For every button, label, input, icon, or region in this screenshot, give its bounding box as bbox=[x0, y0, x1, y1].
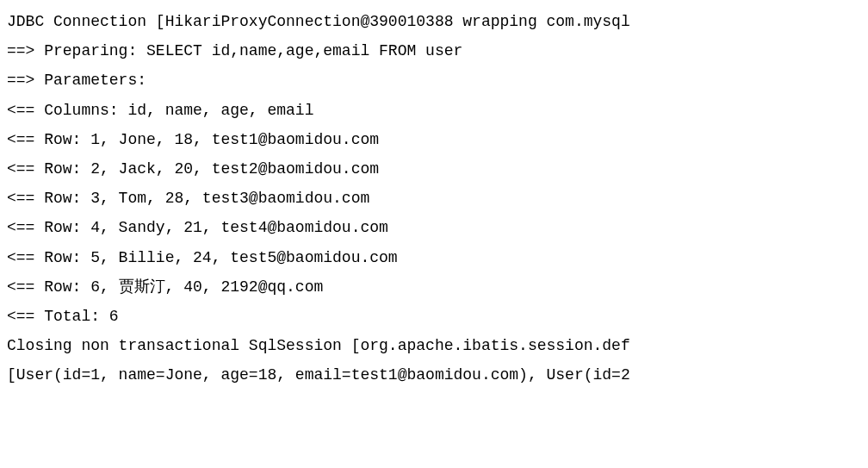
log-row-line: <== Row: 4, Sandy, 21, test4@baomidou.co… bbox=[7, 213, 868, 242]
log-row-line: <== Row: 2, Jack, 20, test2@baomidou.com bbox=[7, 154, 868, 184]
log-row-line: <== Row: 3, Tom, 28, test3@baomidou.com bbox=[7, 184, 868, 213]
log-preparing-line: ==> Preparing: SELECT id,name,age,email … bbox=[7, 36, 868, 66]
log-total-line: <== Total: 6 bbox=[7, 302, 868, 331]
log-row-line: <== Row: 1, Jone, 18, test1@baomidou.com bbox=[7, 125, 868, 154]
log-row-line: <== Row: 5, Billie, 24, test5@baomidou.c… bbox=[7, 243, 868, 272]
log-connection-line: JDBC Connection [HikariProxyConnection@3… bbox=[7, 7, 868, 36]
log-closing-line: Closing non transactional SqlSession [or… bbox=[7, 331, 868, 360]
log-columns-line: <== Columns: id, name, age, email bbox=[7, 96, 868, 125]
log-userlist-line: [User(id=1, name=Jone, age=18, email=tes… bbox=[7, 360, 868, 390]
log-row-line: <== Row: 6, 贾斯汀, 40, 2192@qq.com bbox=[7, 272, 868, 302]
log-parameters-line: ==> Parameters: bbox=[7, 66, 868, 95]
